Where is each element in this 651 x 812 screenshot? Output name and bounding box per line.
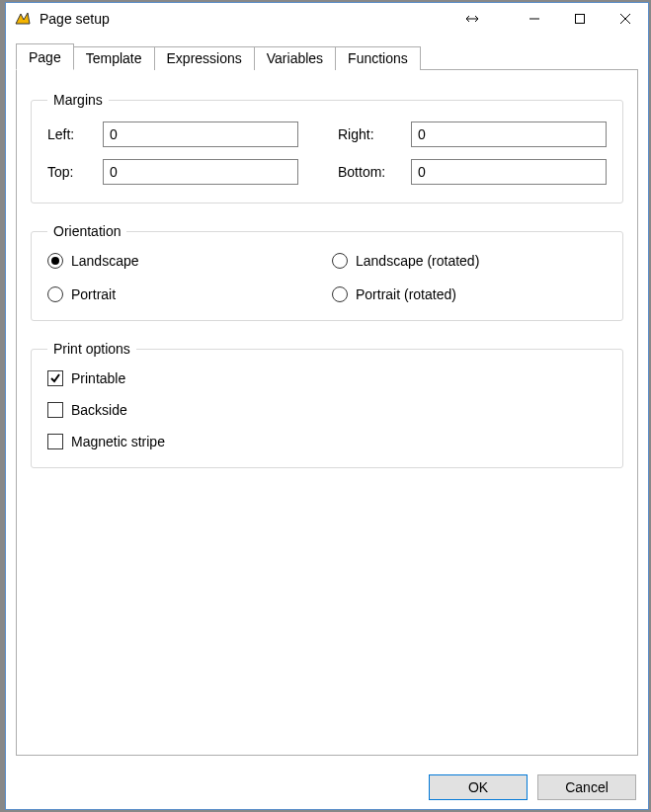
maximize-button[interactable] — [557, 3, 603, 35]
tab-label: Template — [86, 50, 142, 66]
tab-expressions[interactable]: Expressions — [154, 46, 255, 70]
label-margin-left: Left: — [47, 126, 103, 142]
input-margin-left[interactable] — [103, 122, 298, 147]
button-label: Cancel — [565, 779, 609, 795]
radio-label: Portrait — [71, 286, 116, 302]
tab-variables[interactable]: Variables — [254, 46, 336, 70]
input-margin-top[interactable] — [103, 159, 298, 185]
input-margin-bottom[interactable] — [411, 159, 607, 185]
tab-functions[interactable]: Functions — [335, 46, 421, 70]
tab-panel-page: Margins Left: Right: Top: Bottom: Orient… — [16, 69, 638, 756]
cancel-button[interactable]: Cancel — [537, 774, 636, 800]
radio-label: Landscape — [71, 253, 139, 269]
checkbox-label: Magnetic stripe — [71, 434, 165, 449]
label-margin-bottom: Bottom: — [338, 164, 411, 180]
radio-portrait-rotated[interactable]: Portrait (rotated) — [332, 286, 607, 302]
tab-template[interactable]: Template — [73, 46, 155, 70]
input-margin-right[interactable] — [411, 122, 607, 147]
group-margins: Margins Left: Right: Top: Bottom: — [31, 92, 623, 203]
group-print-options-legend: Print options — [47, 341, 136, 357]
app-icon — [14, 10, 32, 28]
tab-label: Expressions — [167, 50, 242, 66]
checkbox-label: Printable — [71, 370, 125, 386]
checkbox-backside[interactable]: Backside — [47, 402, 607, 418]
window-buttons — [512, 3, 648, 35]
print-options-list: Printable Backside Magnetic stripe — [47, 370, 607, 449]
move-icon — [462, 12, 482, 26]
window-title: Page setup — [40, 11, 110, 27]
titlebar: Page setup — [6, 3, 648, 35]
radio-label: Portrait (rotated) — [356, 286, 456, 302]
close-button[interactable] — [603, 3, 648, 35]
label-margin-top: Top: — [47, 164, 103, 180]
radio-landscape[interactable]: Landscape — [47, 253, 322, 269]
group-print-options: Print options Printable Backside — [31, 341, 623, 468]
group-margins-legend: Margins — [47, 92, 109, 108]
checkbox-printable[interactable]: Printable — [47, 370, 607, 386]
ok-button[interactable]: OK — [429, 774, 528, 800]
checkbox-icon — [47, 370, 63, 386]
tabstrip: Page Template Expressions Variables Func… — [16, 42, 638, 69]
radio-portrait[interactable]: Portrait — [47, 286, 322, 302]
svg-rect-2 — [576, 15, 585, 24]
tab-label: Page — [29, 49, 61, 65]
button-label: OK — [468, 779, 488, 795]
margins-grid: Left: Right: Top: Bottom: — [47, 122, 607, 185]
dialog-window: Page setup Page — [5, 2, 649, 810]
orientation-grid: Landscape Landscape (rotated) Portrait P… — [47, 253, 607, 302]
radio-label: Landscape (rotated) — [356, 253, 479, 269]
group-orientation: Orientation Landscape Landscape (rotated… — [31, 223, 623, 321]
group-orientation-legend: Orientation — [47, 223, 126, 239]
radio-icon — [332, 253, 348, 269]
tab-label: Functions — [348, 50, 408, 66]
radio-landscape-rotated[interactable]: Landscape (rotated) — [332, 253, 607, 269]
radio-icon — [332, 286, 348, 302]
label-margin-right: Right: — [338, 126, 411, 142]
tab-label: Variables — [267, 50, 323, 66]
minimize-button[interactable] — [512, 3, 557, 35]
checkbox-magnetic-stripe[interactable]: Magnetic stripe — [47, 434, 607, 449]
checkbox-icon — [47, 434, 63, 449]
checkbox-label: Backside — [71, 402, 127, 418]
dialog-footer: OK Cancel — [6, 766, 648, 809]
radio-icon — [47, 253, 63, 269]
tab-page[interactable]: Page — [16, 43, 74, 70]
content-area: Page Template Expressions Variables Func… — [6, 35, 648, 766]
checkbox-icon — [47, 402, 63, 418]
radio-icon — [47, 286, 63, 302]
